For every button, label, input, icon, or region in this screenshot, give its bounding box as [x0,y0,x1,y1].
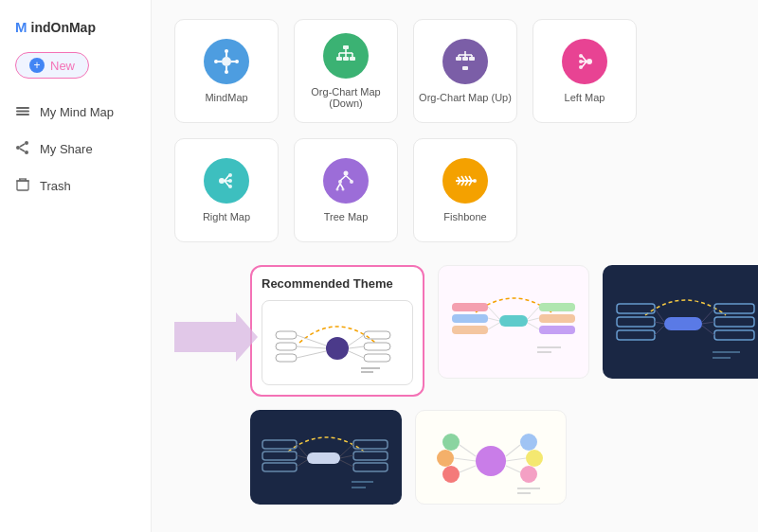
map-card-mindmap[interactable]: MindMap [174,19,279,123]
svg-line-131 [340,460,353,467]
svg-line-130 [340,455,353,458]
svg-rect-30 [350,57,355,61]
svg-point-44 [579,54,583,58]
recommended-title: Recommended Theme [262,276,413,291]
map-card-org-up[interactable]: Org-Chart Map (Up) [413,19,517,123]
share-icon [15,140,30,158]
pastel-theme-svg [447,279,580,364]
map-card-fishbone[interactable]: Fishbone [413,138,517,242]
map-card-org-down[interactable]: Org-Chart Map (Down) [294,19,398,123]
svg-line-116 [702,326,714,335]
svg-rect-91 [452,314,488,323]
svg-point-57 [338,180,342,184]
svg-point-135 [442,434,460,451]
svg-point-13 [222,57,231,66]
svg-point-61 [336,188,339,191]
svg-line-94 [488,318,499,321]
svg-line-6 [20,144,25,147]
svg-line-100 [528,318,539,321]
svg-rect-89 [499,315,528,327]
theme-preview-dark2[interactable] [250,410,402,505]
sidebar-item-my-share[interactable]: My Share [0,131,151,168]
sidebar-item-my-mind-map[interactable]: My Mind Map [0,94,151,131]
svg-line-138 [460,445,476,456]
svg-line-144 [506,445,520,456]
svg-line-129 [340,444,353,456]
svg-rect-33 [469,57,475,61]
svg-point-18 [225,49,228,53]
right-map-icon [204,158,249,204]
svg-rect-106 [617,317,655,327]
org-down-label: Org-Chart Map (Down) [295,86,397,109]
svg-point-142 [526,450,543,467]
svg-line-140 [460,466,476,472]
svg-point-21 [235,60,239,63]
svg-line-84 [349,335,364,346]
map-card-left[interactable]: Left Map [532,19,637,123]
org-up-icon [442,39,488,84]
right-map-label: Right Map [203,211,250,222]
theme-preview-white[interactable] [262,300,413,385]
svg-point-137 [442,466,460,483]
recommended-theme-box[interactable]: Recommended Theme [250,265,424,397]
svg-line-109 [655,322,664,324]
light2-theme-svg [424,418,557,496]
svg-line-55 [340,176,346,182]
svg-rect-82 [364,343,390,350]
main-content: MindMap Org-Chart Map (Down) [152,0,758,532]
svg-line-125 [297,460,307,467]
theme-top-row: Recommended Theme [250,265,758,397]
svg-line-115 [702,322,714,324]
theme-preview-pastel[interactable] [438,265,589,379]
svg-rect-113 [714,330,754,340]
svg-rect-97 [539,314,575,323]
fishbone-icon [442,158,488,204]
arrow-container [174,312,258,362]
svg-point-40 [587,59,592,64]
svg-rect-122 [262,463,297,471]
map-card-tree[interactable]: Tree Map [294,138,398,242]
plus-icon: + [29,58,45,73]
new-button[interactable]: + New [15,52,89,79]
trash-icon [15,177,30,195]
fishbone-label: Fishbone [443,211,486,222]
svg-line-79 [297,346,326,348]
theme-row-2 [250,410,758,505]
theme-preview-light2[interactable] [415,410,567,505]
map-card-right[interactable]: Right Map [174,138,279,242]
mindmap-label: MindMap [205,92,247,103]
my-mind-map-label: My Mind Map [40,105,114,119]
svg-line-78 [297,335,326,346]
trash-label: Trash [40,179,71,193]
arrow-icon [174,312,258,362]
theme-preview-dark[interactable] [603,265,758,379]
svg-rect-39 [462,66,468,70]
left-map-label: Left Map [565,92,605,103]
mindmap-icon [204,39,249,84]
svg-line-95 [488,323,499,329]
svg-rect-2 [16,114,29,115]
svg-rect-121 [262,452,297,460]
sidebar-item-trash[interactable]: Trash [0,168,151,204]
svg-line-139 [454,458,476,461]
logo-text: indOnMap [31,20,96,35]
svg-line-59 [337,184,340,188]
svg-rect-77 [276,354,297,362]
svg-point-143 [520,466,537,483]
svg-rect-0 [16,107,29,109]
svg-rect-76 [276,343,297,350]
dark-theme-svg [612,277,758,367]
svg-rect-98 [539,326,575,334]
svg-line-101 [528,323,539,329]
svg-rect-120 [262,440,297,449]
svg-rect-22 [343,45,349,49]
org-down-icon [323,33,369,79]
svg-point-54 [344,171,349,176]
svg-point-20 [214,60,218,63]
svg-point-72 [473,179,477,183]
svg-rect-83 [364,354,390,362]
svg-point-3 [25,141,28,145]
svg-rect-1 [16,111,29,113]
svg-rect-107 [617,330,655,340]
svg-point-51 [228,173,232,177]
